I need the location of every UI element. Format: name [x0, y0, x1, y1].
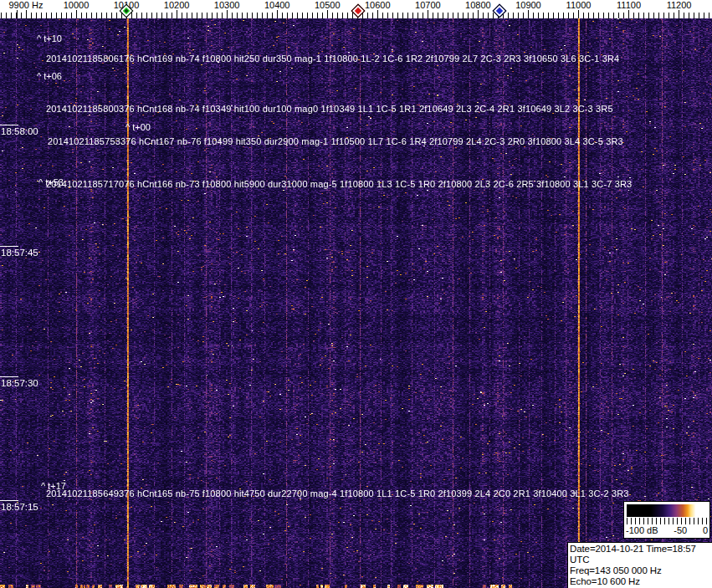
- freq-tick-label-10300: 10300: [214, 0, 240, 10]
- freq-tick-label-10400: 10400: [264, 0, 290, 10]
- spectrogram-canvas: [0, 0, 712, 588]
- info-date-time: Date=2014-10-21 Time=18:57 UTC: [570, 544, 712, 565]
- color-scale-min-label: -100 dB: [626, 525, 658, 535]
- detection-log-line: 20141021185753376 hCnt167 nb-76 f10499 h…: [48, 136, 623, 146]
- detection-log-line: 20141021185717076 hCnt166 nb-73 f10800 h…: [46, 179, 632, 189]
- freq-tick-label-10700: 10700: [415, 0, 441, 10]
- time-axis-label: 18:57:15: [1, 502, 38, 512]
- time-axis-label: 18:57:45: [1, 248, 38, 258]
- event-time-marker: ^ t+06: [37, 71, 62, 81]
- time-axis-label: 18:58:00: [1, 126, 38, 136]
- freq-tick-label-10600: 10600: [365, 0, 391, 10]
- freq-tick-label-10900: 10900: [515, 0, 541, 10]
- freq-tick-label-11100: 11100: [617, 0, 641, 10]
- time-axis-label: 18:57:30: [1, 378, 38, 388]
- meteor-spectrogram-display: 9900 Hz100001010010200103001040010500106…: [0, 0, 712, 588]
- status-info-box: Date=2014-10-21 Time=18:57 UTC Freq=143 …: [567, 542, 712, 588]
- time-tick-line: [0, 125, 18, 125]
- event-time-marker: ^ t+10: [37, 33, 62, 43]
- color-scale-mid-label: -50: [674, 525, 687, 535]
- info-echo: Echo=10 600 Hz: [570, 576, 712, 587]
- color-scale-legend: -100 dB -50 0: [623, 501, 710, 539]
- info-frequency: Freq=143 050 000 Hz: [570, 565, 712, 576]
- color-scale-max-label: 0: [703, 525, 708, 535]
- time-tick-line: [0, 246, 18, 247]
- color-scale-ticks: [627, 518, 707, 524]
- event-time-marker: ^ t+00: [125, 122, 151, 132]
- time-tick-line: [0, 376, 18, 377]
- freq-tick-label-9900: 9900 Hz: [8, 0, 43, 10]
- frequency-axis: 9900 Hz100001010010200103001040010500106…: [0, 0, 712, 18]
- freq-tick-label-10500: 10500: [315, 0, 341, 10]
- detection-log-line: 20141021185806176 hCnt169 nb-74 f10800 h…: [46, 54, 619, 64]
- freq-tick-label-11000: 11000: [566, 0, 592, 10]
- color-scale-gradient: [627, 504, 707, 517]
- detection-log-line: 20141021185800376 hCnt168 nb-74 f10349 h…: [46, 104, 613, 114]
- detection-log-line: 20141021185649376 hCnt165 nb-75 f10800 h…: [46, 488, 629, 499]
- time-tick-line: [0, 500, 18, 501]
- freq-tick-label-10800: 10800: [465, 0, 491, 10]
- freq-tick-label-10200: 10200: [164, 0, 190, 10]
- color-scale-labels: -100 dB -50 0: [626, 525, 708, 535]
- freq-tick-label-10000: 10000: [64, 0, 90, 10]
- freq-tick-label-11200: 11200: [667, 0, 692, 10]
